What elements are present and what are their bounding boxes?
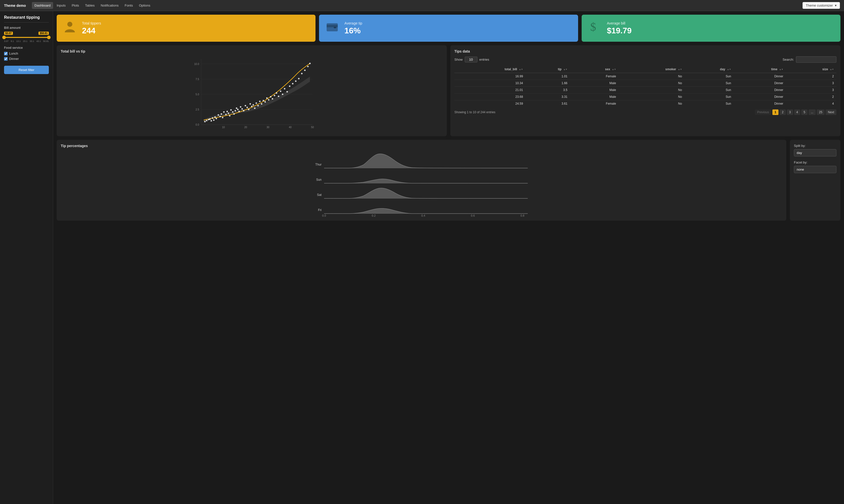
page-2[interactable]: 2 [779,109,786,115]
svg-point-48 [241,108,243,110]
svg-point-29 [214,116,216,118]
ridge-title: Tip percentages [61,144,782,148]
page-1[interactable]: 1 [772,109,779,115]
page-5[interactable]: 5 [801,109,808,115]
td-size: 3 [786,87,837,93]
sort-icon-day: ▲▼ [727,68,731,71]
td-size: 2 [786,93,837,100]
pagination: Previous 1 2 3 4 5 ... 25 Next [755,109,837,115]
nav-items: Dashboard Inputs Plots Tables Notificati… [32,2,803,9]
stat-info-avg-tip: Average tip 16% [344,21,362,35]
range-track [4,37,49,38]
lunch-checkbox[interactable] [4,52,7,55]
facet-by-label: Facet by: [794,161,837,164]
stat-cards-row: Total tippers 244 Average tip 16% [57,15,841,42]
range-thumb-right[interactable] [47,36,51,39]
table-row: 23.68 3.31 Male No Sun Dinner 2 [454,93,837,100]
svg-point-52 [248,109,249,110]
svg-point-41 [232,111,234,113]
td-total-bill: 23.68 [454,93,526,100]
stat-value-tippers: 244 [82,26,101,35]
table-controls: Show entries Search: [454,56,837,63]
wallet-icon [325,20,339,37]
svg-point-47 [240,106,241,108]
svg-text:2.5: 2.5 [195,108,199,111]
page-next[interactable]: Next [826,109,837,115]
page-3[interactable]: 3 [787,109,793,115]
nav-inputs[interactable]: Inputs [54,2,68,9]
page-previous[interactable]: Previous [755,109,771,115]
sort-icon-total-bill: ▲▼ [519,68,523,71]
stat-label-tippers: Total tippers [82,21,101,25]
stat-card-avg-bill: $ Average bill $19.79 [582,15,841,42]
show-entries: Show entries [454,57,489,62]
theme-customizer-button[interactable]: Theme customizer ▾ [803,2,840,9]
td-sex: Male [570,93,619,100]
svg-point-77 [298,78,299,79]
svg-point-37 [226,111,228,112]
dinner-checkbox-item[interactable]: Dinner [4,57,49,61]
search-input[interactable] [796,56,837,63]
tips-table-panel: Tips data Show entries Search: [450,45,841,136]
data-table: total_bill ▲▼ tip ▲▼ sex ▲▼ smoker ▲▼ da… [454,66,837,107]
svg-point-28 [213,119,214,121]
th-tip[interactable]: tip ▲▼ [526,66,570,73]
svg-text:5.0: 5.0 [195,93,199,96]
th-total-bill[interactable]: total_bill ▲▼ [454,66,526,73]
table-row: 24.59 3.61 Female No Sun Dinner 4 [454,100,837,107]
split-by-group: Split by: day time sex smoker [794,144,837,157]
svg-point-63 [266,97,268,99]
svg-point-74 [289,86,290,87]
search-box: Search: [782,56,837,63]
lunch-checkbox-item[interactable]: Lunch [4,52,49,55]
svg-text:Sun: Sun [316,178,322,181]
page-25[interactable]: 25 [817,109,825,115]
nav-fonts[interactable]: Fonts [122,2,136,9]
show-label: Show [454,58,463,61]
reset-filter-button[interactable]: Reset filter [4,66,49,74]
nav-dashboard[interactable]: Dashboard [32,2,53,9]
th-size[interactable]: size ▲▼ [786,66,837,73]
nav-notifications[interactable]: Notifications [98,2,121,9]
nav-options[interactable]: Options [136,2,153,9]
facet-by-select[interactable]: none day time sex smoker [794,166,837,173]
entries-label: entries [479,58,489,61]
lunch-label: Lunch [9,52,18,55]
svg-text:0.2: 0.2 [372,214,376,217]
page-4[interactable]: 4 [794,109,800,115]
scatter-panel: Total bill vs tip 0.0 2.5 [57,45,447,136]
svg-point-0 [67,22,72,27]
split-by-select[interactable]: day time sex smoker [794,149,837,157]
th-sex[interactable]: sex ▲▼ [570,66,619,73]
svg-point-31 [218,114,219,116]
show-entries-input[interactable] [465,57,478,62]
split-by-label: Split by: [794,144,837,148]
td-size: 4 [786,100,837,107]
scatter-svg: 0.0 2.5 5.0 7.5 10.0 10 20 30 40 50 [61,56,443,132]
svg-point-69 [278,95,279,97]
nav-plots[interactable]: Plots [69,2,82,9]
sort-icon-smoker: ▲▼ [678,68,682,71]
dinner-checkbox[interactable] [4,57,7,61]
td-tip: 3.5 [526,87,570,93]
td-sex: Male [570,80,619,87]
nav-tables[interactable]: Tables [83,2,97,9]
svg-point-50 [245,105,246,106]
svg-point-72 [284,88,286,89]
svg-point-68 [276,92,277,94]
range-thumb-left[interactable] [2,36,6,39]
td-tip: 1.66 [526,80,570,87]
app-title: Theme demo [4,3,26,7]
table-footer: Showing 1 to 10 of 244 entries Previous … [454,109,837,115]
svg-text:Thur: Thur [315,163,322,166]
svg-point-60 [261,103,262,105]
th-time[interactable]: time ▲▼ [734,66,786,73]
th-smoker[interactable]: smoker ▲▼ [619,66,685,73]
th-day[interactable]: day ▲▼ [685,66,734,73]
svg-point-75 [292,83,293,85]
search-label: Search: [782,58,794,61]
svg-point-56 [254,107,256,109]
svg-point-25 [209,118,211,120]
scatter-container: 0.0 2.5 5.0 7.5 10.0 10 20 30 40 50 [61,56,443,132]
dollar-icon: $ [588,20,602,37]
